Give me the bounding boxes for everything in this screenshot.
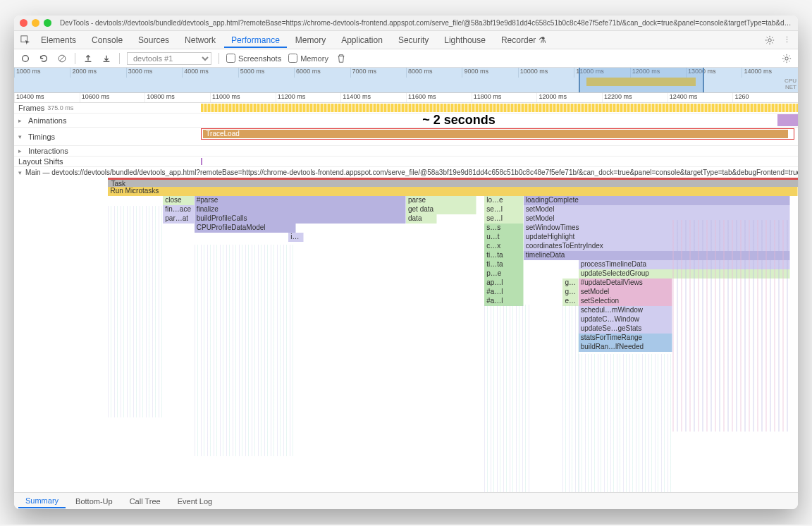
trace-load-bar[interactable]: TraceLoad [203, 130, 787, 138]
inspect-icon[interactable] [18, 33, 32, 47]
interactions-row[interactable]: ▸Interactions [14, 146, 798, 157]
timings-row[interactable]: ▾Timings TraceLoad [14, 128, 798, 146]
tab-security[interactable]: Security [391, 32, 436, 48]
reload-icon[interactable] [38, 53, 49, 64]
close-window-button[interactable] [20, 19, 27, 27]
tab-application[interactable]: Application [334, 32, 390, 48]
animations-row[interactable]: ▸Animations ~ 2 seconds [14, 114, 798, 128]
more-icon[interactable]: ⋮ [780, 33, 794, 47]
btab-bottomup[interactable]: Bottom-Up [68, 495, 120, 508]
devtools-tabs: Elements Console Sources Network Perform… [14, 31, 798, 49]
download-icon[interactable] [101, 53, 112, 64]
btab-summary[interactable]: Summary [18, 494, 66, 508]
svg-point-2 [23, 55, 29, 61]
main-thread-label[interactable]: ▾Main — devtools://devtools/bundled/devt… [14, 167, 798, 178]
overview-minimap[interactable]: 1000 ms2000 ms3000 ms4000 ms5000 ms6000 … [14, 68, 798, 93]
svg-point-1 [768, 38, 771, 41]
screenshots-checkbox[interactable]: Screenshots [226, 54, 281, 63]
layout-shifts-row[interactable]: Layout Shifts [14, 157, 798, 167]
profile-select[interactable]: devtools #1 [127, 52, 211, 65]
tab-console[interactable]: Console [85, 32, 130, 48]
window-title: DevTools - devtools://devtools/bundled/d… [60, 19, 792, 27]
frames-bar [201, 104, 798, 112]
tab-network[interactable]: Network [178, 32, 223, 48]
upload-icon[interactable] [82, 53, 94, 64]
flame-microtasks[interactable]: Run Microtasks [108, 187, 798, 196]
btab-eventlog[interactable]: Event Log [171, 495, 220, 508]
minimize-window-button[interactable] [32, 19, 39, 27]
tab-lighthouse[interactable]: Lighthouse [437, 32, 493, 48]
flame-task[interactable]: Task [108, 178, 798, 187]
tab-recorder[interactable]: Recorder ⚗ [494, 32, 553, 48]
svg-line-4 [60, 56, 65, 61]
detail-tabs: Summary Bottom-Up Call Tree Event Log [14, 492, 798, 509]
clear-icon[interactable] [56, 53, 68, 64]
tab-elements[interactable]: Elements [34, 32, 83, 48]
window-titlebar: DevTools - devtools://devtools/bundled/d… [14, 16, 798, 31]
duration-annotation: ~ 2 seconds [422, 113, 496, 128]
settings-icon[interactable] [763, 33, 777, 47]
trash-icon[interactable] [336, 53, 347, 64]
frames-row[interactable]: Frames 375.0 ms [14, 103, 798, 114]
record-icon[interactable] [20, 53, 31, 64]
tab-sources[interactable]: Sources [131, 32, 176, 48]
detail-ruler: 10400 ms10600 ms10800 ms11000 ms11200 ms… [14, 93, 798, 103]
memory-checkbox[interactable]: Memory [288, 54, 328, 63]
perf-settings-icon[interactable] [781, 53, 792, 64]
tab-performance[interactable]: Performance [224, 32, 287, 48]
maximize-window-button[interactable] [44, 19, 51, 27]
svg-point-5 [785, 56, 788, 59]
tab-memory[interactable]: Memory [288, 32, 333, 48]
flame-chart[interactable]: Task Run Microtasks close #parse parse l… [14, 178, 798, 492]
btab-calltree[interactable]: Call Tree [123, 495, 168, 508]
perf-toolbar: devtools #1 Screenshots Memory [14, 49, 798, 68]
overview-selection[interactable] [579, 68, 704, 92]
